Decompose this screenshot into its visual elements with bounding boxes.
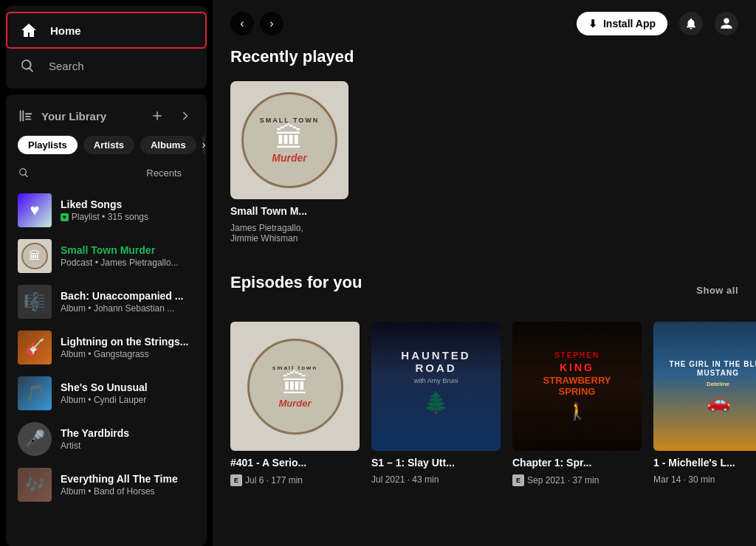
ep-sk-badge: E	[512, 474, 524, 486]
stm-building: 🏛	[275, 124, 303, 152]
search-icon	[18, 56, 37, 75]
liked-songs-info: Liked Songs ♥ Playlist • 315 songs	[61, 198, 195, 222]
lightning-thumb: 🎸	[18, 331, 52, 364]
library-search-icon	[18, 167, 30, 179]
episode-card-stm[interactable]: small town 🏛 Murder #401 - A Serio... E …	[230, 322, 360, 486]
ep-stm-murder: Murder	[278, 398, 311, 409]
svg-rect-4	[25, 119, 31, 120]
topbar-right: ⬇ Install App	[577, 12, 738, 35]
filter-albums[interactable]: Albums	[140, 136, 196, 154]
everything-title: Everything All The Time	[61, 473, 195, 485]
main-content: ‹ › ⬇ Install App	[213, 0, 756, 546]
episodes-grid: small town 🏛 Murder #401 - A Serio... E …	[230, 322, 738, 486]
svg-rect-2	[25, 113, 32, 114]
install-app-button[interactable]: ⬇ Install App	[577, 12, 667, 35]
sidebar-library: Your Library Playlists Artists Albums ›	[6, 94, 207, 546]
stm-card-image: small town 🏛 Murder	[230, 81, 348, 199]
ep-haunted-title: S1 – 1: Slay Utt...	[371, 457, 501, 469]
bm-art: THE GIRL IN THE BLUE MUSTANG Dateline 🚗	[653, 322, 756, 451]
library-item-lightning[interactable]: 🎸 Lightning on the Strings... Album • Ga…	[12, 325, 201, 370]
notifications-button[interactable]	[679, 12, 703, 35]
episodes-section-header: Episodes for you Show all	[230, 273, 738, 307]
bm-car-icon: 🚗	[707, 390, 730, 413]
sk-art: STEPHEN KING STRAWBERRYSPRING 🚶	[512, 322, 642, 451]
recently-played-grid: small town 🏛 Murder Small Town M... Jame…	[230, 81, 738, 243]
lightning-info: Lightning on the Strings... Album • Gang…	[61, 336, 195, 359]
small-town-murder-thumb: 🏛	[18, 239, 52, 273]
filter-pills: Playlists Artists Albums ›	[6, 134, 207, 164]
ep-stm-image: small town 🏛 Murder	[230, 322, 360, 451]
bach-title: Bach: Unaccompanied ...	[61, 290, 195, 302]
small-town-murder-info: Small Town Murder Podcast • James Pietra…	[61, 244, 195, 268]
shes-subtitle: Album • Cyndi Lauper	[61, 395, 195, 405]
stm-circle-art: small town 🏛 Murder	[241, 92, 337, 188]
sidebar: Home Search	[0, 0, 213, 546]
shes-info: She's So Unusual Album • Cyndi Lauper	[61, 381, 195, 405]
library-item-bach[interactable]: 🎼 Bach: Unaccompanied ... Album • Johann…	[12, 279, 201, 325]
library-item-yardbirds[interactable]: 🎤 The Yardbirds Artist	[12, 416, 201, 462]
lightning-subtitle: Album • Gangstagrass	[61, 349, 195, 359]
library-add-button[interactable]	[148, 106, 167, 125]
ep-sk-image: STEPHEN KING STRAWBERRYSPRING 🚶	[512, 322, 642, 451]
ep-haunted-meta: Jul 2021 · 43 min	[371, 474, 501, 485]
filter-artists[interactable]: Artists	[83, 136, 134, 154]
library-item-liked-songs[interactable]: ♥ Liked Songs ♥ Playlist • 315 songs	[12, 187, 201, 233]
sidebar-top-nav: Home Search	[6, 6, 207, 89]
library-search-left	[18, 167, 30, 179]
library-expand-button[interactable]	[176, 106, 195, 125]
user-icon	[720, 17, 733, 30]
yardbirds-subtitle: Artist	[61, 440, 195, 451]
ep-haunted-image: HAUNTED ROAD with Amy Bruni 🌲	[371, 322, 501, 451]
sort-label: Recents	[146, 167, 182, 179]
install-icon: ⬇	[588, 18, 597, 30]
ep-bm-title: 1 - Michelle's L...	[653, 457, 756, 469]
sk-stephen-label: STEPHEN	[554, 351, 599, 359]
library-header: Your Library	[6, 94, 207, 134]
sort-icon	[185, 167, 195, 178]
library-list: ♥ Liked Songs ♥ Playlist • 315 songs	[6, 187, 207, 546]
episode-card-stephen-king[interactable]: STEPHEN KING STRAWBERRYSPRING 🚶 Chapter …	[512, 322, 642, 486]
svg-rect-0	[20, 111, 21, 122]
yardbirds-title: The Yardbirds	[61, 427, 195, 439]
sidebar-item-home[interactable]: Home	[6, 12, 207, 49]
sk-figure-icon: 🚶	[567, 402, 587, 421]
nav-arrows: ‹ ›	[230, 12, 284, 35]
svg-rect-1	[22, 111, 24, 122]
episodes-title: Episodes for you	[230, 273, 362, 292]
sk-king-label: KING	[560, 362, 594, 373]
nav-forward-button[interactable]: ›	[260, 12, 284, 35]
home-label: Home	[50, 24, 81, 37]
haunted-road-tree-icon: 🌲	[423, 390, 449, 415]
library-item-small-town-murder[interactable]: 🏛 Small Town Murder Podcast • James Piet…	[12, 233, 201, 279]
filter-scroll-right[interactable]: ›	[202, 134, 206, 155]
library-item-everything[interactable]: 🎶 Everything All The Time Album • Band o…	[12, 462, 201, 508]
search-label: Search	[49, 60, 84, 72]
ep-stm-badge: E	[230, 474, 242, 486]
episode-card-blue-mustang[interactable]: THE GIRL IN THE BLUE MUSTANG Dateline 🚗 …	[653, 322, 756, 486]
home-icon	[19, 21, 38, 40]
everything-info: Everything All The Time Album • Band of …	[61, 473, 195, 497]
library-search-bar: Recents	[6, 164, 207, 187]
profile-button[interactable]	[715, 12, 738, 35]
library-sort[interactable]: Recents	[146, 167, 195, 179]
library-icon	[18, 108, 34, 124]
ep-bm-image: THE GIRL IN THE BLUE MUSTANG Dateline 🚗	[653, 322, 756, 451]
episode-card-haunted-road[interactable]: HAUNTED ROAD with Amy Bruni 🌲 S1 – 1: Sl…	[371, 322, 501, 486]
sidebar-item-search[interactable]: Search	[6, 49, 207, 83]
show-all-button[interactable]: Show all	[696, 285, 738, 296]
recently-card-stm[interactable]: small town 🏛 Murder Small Town M... Jame…	[230, 81, 348, 243]
shes-thumb: 🎵	[18, 376, 52, 410]
everything-thumb: 🎶	[18, 468, 52, 502]
ep-sk-meta: E Sep 2021 · 37 min	[512, 474, 642, 486]
bm-title-art: THE GIRL IN THE BLUE MUSTANG	[659, 360, 756, 378]
library-item-shes-so-unusual[interactable]: 🎵 She's So Unusual Album • Cyndi Lauper	[12, 370, 201, 416]
nav-back-button[interactable]: ‹	[230, 12, 254, 35]
bach-info: Bach: Unaccompanied ... Album • Johann S…	[61, 290, 195, 314]
stm-card-title: Small Town M...	[230, 205, 348, 217]
library-actions	[148, 106, 195, 125]
small-town-murder-subtitle: Podcast • James Pietragallo...	[61, 258, 195, 268]
filter-playlists[interactable]: Playlists	[18, 136, 78, 154]
liked-songs-subtitle: ♥ Playlist • 315 songs	[61, 212, 195, 222]
ep-stm-building: 🏛	[282, 371, 309, 398]
ep-stm-circle: small town 🏛 Murder	[247, 339, 343, 435]
